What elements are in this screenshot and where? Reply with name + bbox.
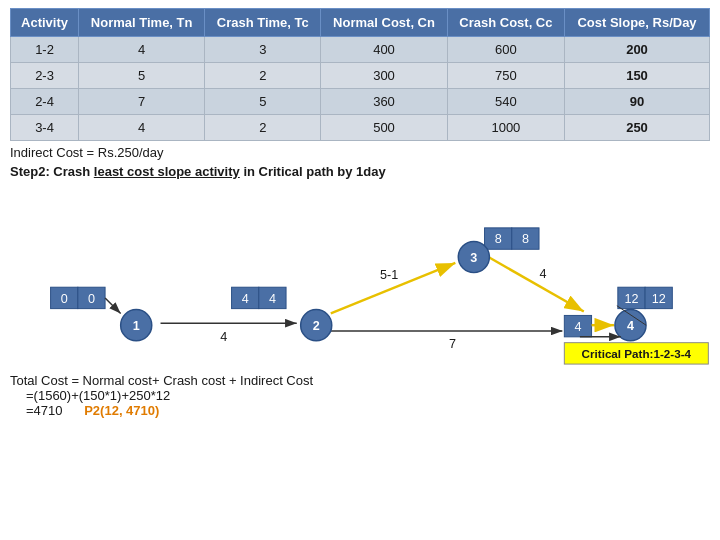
cell-cn: 500	[321, 115, 447, 141]
cell-activity: 2-3	[11, 63, 79, 89]
step2-prefix: Step2: Crash	[10, 164, 94, 179]
edge-0-to-1	[105, 298, 121, 314]
cell-tn: 4	[79, 37, 205, 63]
edge-3-4-critical	[488, 257, 583, 311]
total-cost-section: Total Cost = Normal cost+ Crash cost + I…	[0, 367, 720, 418]
data-table: Activity Normal Time, Tn Crash Time, Tc …	[10, 8, 710, 141]
cell-tn: 4	[79, 115, 205, 141]
cell-slope: 150	[565, 63, 710, 89]
node-4-end-label: 4	[627, 319, 634, 333]
node-4end-label: 4	[574, 320, 581, 334]
cell-activity: 1-2	[11, 37, 79, 63]
diagram-section: 4 5-1 7 4 0 0 1 4 4 2 8 8	[0, 187, 720, 367]
total-cost-line3: =4710 P2(12, 4710)	[26, 403, 710, 418]
node-12b-label: 12	[652, 292, 666, 306]
col-normal-cost: Normal Cost, Cn	[321, 9, 447, 37]
cell-cn: 300	[321, 63, 447, 89]
cell-slope: 250	[565, 115, 710, 141]
cell-tc: 2	[205, 115, 321, 141]
node-8a-label: 8	[495, 232, 502, 246]
step2-underline: least cost slope activity	[94, 164, 240, 179]
cell-activity: 3-4	[11, 115, 79, 141]
node-0a-label: 0	[61, 292, 68, 306]
table-row: 2-3 5 2 300 750 150	[11, 63, 710, 89]
node-4b-label: 4	[269, 292, 276, 306]
node-8b-label: 8	[522, 232, 529, 246]
col-activity: Activity	[11, 9, 79, 37]
edge-2-3-label: 5-1	[380, 268, 398, 282]
cell-tn: 5	[79, 63, 205, 89]
cell-cc: 540	[447, 89, 564, 115]
node-4a-label: 4	[242, 292, 249, 306]
edge-1-2-label: 4	[220, 330, 227, 344]
node-1-label: 1	[133, 319, 140, 333]
edge-3-4-label: 4	[539, 267, 546, 281]
total-cost-highlight: P2(12, 4710)	[84, 403, 159, 418]
step2-suffix: in Critical path by 1day	[240, 164, 386, 179]
total-cost-equals: =4710	[26, 403, 63, 418]
col-normal-time: Normal Time, Tn	[79, 9, 205, 37]
cell-cc: 750	[447, 63, 564, 89]
cell-cc: 600	[447, 37, 564, 63]
cell-tn: 7	[79, 89, 205, 115]
node-12a-label: 12	[624, 292, 638, 306]
node-3-label: 3	[470, 251, 477, 265]
col-crash-time: Crash Time, Tc	[205, 9, 321, 37]
cell-tc: 3	[205, 37, 321, 63]
cell-tc: 5	[205, 89, 321, 115]
step2-text: Step2: Crash least cost slope activity i…	[0, 162, 720, 183]
table-row: 3-4 4 2 500 1000 250	[11, 115, 710, 141]
cell-slope: 200	[565, 37, 710, 63]
total-cost-line2: =(1560)+(150*1)+250*12	[26, 388, 710, 403]
cell-cc: 1000	[447, 115, 564, 141]
indirect-cost-text: Indirect Cost = Rs.250/day	[0, 141, 720, 162]
cell-cn: 360	[321, 89, 447, 115]
node-0b-label: 0	[88, 292, 95, 306]
critical-path-label: Critical Path:1-2-3-4	[582, 347, 692, 360]
cell-cn: 400	[321, 37, 447, 63]
cell-activity: 2-4	[11, 89, 79, 115]
network-diagram: 4 5-1 7 4 0 0 1 4 4 2 8 8	[0, 187, 720, 367]
node-2-label: 2	[313, 319, 320, 333]
cell-tc: 2	[205, 63, 321, 89]
table-row: 2-4 7 5 360 540 90	[11, 89, 710, 115]
total-cost-line1: Total Cost = Normal cost+ Crash cost + I…	[10, 373, 710, 388]
table-section: Activity Normal Time, Tn Crash Time, Tc …	[0, 0, 720, 141]
table-row: 1-2 4 3 400 600 200	[11, 37, 710, 63]
col-cost-slope: Cost Slope, Rs/Day	[565, 9, 710, 37]
col-crash-cost: Crash Cost, Cc	[447, 9, 564, 37]
edge-2-7-label: 7	[449, 337, 456, 351]
cell-slope: 90	[565, 89, 710, 115]
